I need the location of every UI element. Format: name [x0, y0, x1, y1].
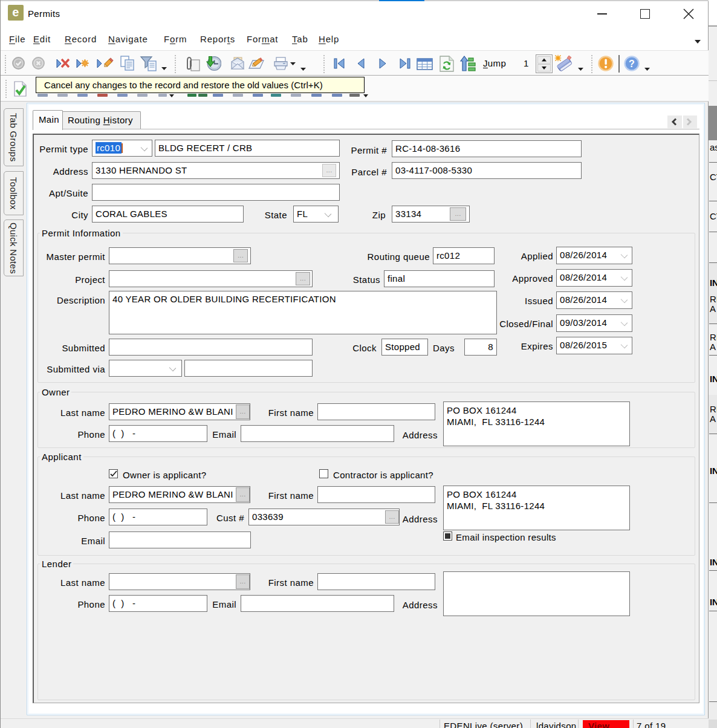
svg-text:?: ?: [629, 59, 635, 69]
